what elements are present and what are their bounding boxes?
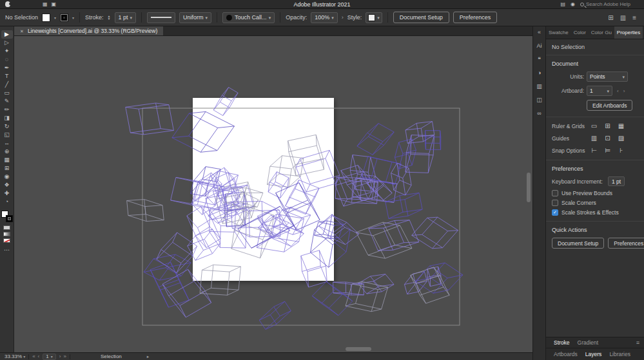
panel-tab-gradient[interactable]: Gradient bbox=[574, 339, 602, 346]
width-tool[interactable]: ↔ bbox=[1, 139, 13, 147]
brush-definition-dropdown[interactable]: Touch Call... bbox=[222, 12, 275, 23]
stroke-weight-dropdown[interactable]: 1 pt bbox=[115, 12, 137, 23]
eraser-tool[interactable]: ◨ bbox=[1, 114, 13, 122]
panel-tab-color-gu[interactable]: Color Gu bbox=[589, 26, 614, 39]
gradient-tool[interactable]: ▦ bbox=[1, 156, 13, 164]
checkbox-scale-corners[interactable]: Scale Corners bbox=[552, 200, 638, 206]
collapse-panels-icon[interactable]: « bbox=[538, 29, 541, 36]
opacity-dropdown[interactable]: 100% bbox=[311, 12, 338, 23]
line-segment-tool[interactable]: ╱ bbox=[1, 81, 13, 89]
lasso-tool[interactable]: ◌ bbox=[1, 55, 13, 64]
prev-artboard-icon[interactable]: ‹ bbox=[617, 88, 619, 94]
panel-tab-artboards[interactable]: Artboards bbox=[551, 351, 581, 357]
horizontal-scrollbar-thumb[interactable] bbox=[346, 347, 371, 351]
edit-toolbar-icon[interactable] bbox=[1, 246, 13, 254]
show-grid-icon[interactable]: ⊞ bbox=[603, 122, 612, 129]
artboard-dropdown[interactable]: 1 bbox=[587, 86, 612, 96]
display-icon[interactable]: ▣ bbox=[52, 0, 57, 9]
pixel-grid-icon[interactable]: ▦ bbox=[616, 122, 626, 129]
workspace-icon[interactable]: ⊞ bbox=[608, 14, 613, 21]
color-button[interactable] bbox=[3, 225, 10, 230]
control-center-icon[interactable]: ▤ bbox=[560, 0, 565, 9]
vertical-scrollbar-thumb[interactable] bbox=[527, 173, 531, 202]
fill-swatch-caret-icon[interactable] bbox=[54, 14, 56, 21]
quick-preferences-button[interactable]: Preferences bbox=[608, 238, 644, 249]
snap-to-point-icon[interactable]: ⊦ bbox=[616, 147, 626, 154]
snap-to-grid-icon[interactable]: ⊢ bbox=[589, 147, 599, 154]
document-tab[interactable]: Lineweights [Converted].ai @ 33.33% (RGB… bbox=[14, 26, 163, 35]
links-icon[interactable]: ∞ bbox=[537, 110, 541, 117]
opacity-panel-arrow-icon[interactable] bbox=[342, 14, 344, 21]
width-profile-preview[interactable] bbox=[147, 12, 175, 23]
prev-artboard-icon[interactable]: ‹ bbox=[38, 354, 40, 359]
first-artboard-icon[interactable]: « bbox=[32, 354, 35, 359]
snap-to-pixel-icon[interactable]: ⊨ bbox=[603, 147, 612, 154]
panel-tab-properties[interactable]: Properties bbox=[614, 26, 643, 39]
search-input[interactable] bbox=[586, 1, 639, 7]
artboard-navigation-field[interactable]: 1 bbox=[43, 354, 55, 360]
pen-tool[interactable]: ✒ bbox=[1, 64, 13, 72]
quick-document-setup-button[interactable]: Document Setup bbox=[552, 238, 604, 249]
magic-wand-tool[interactable]: ✦ bbox=[1, 47, 13, 55]
color-wheel-icon[interactable]: ◑ bbox=[538, 70, 541, 77]
rectangle-tool[interactable]: ▭ bbox=[1, 89, 13, 97]
mesh-tool[interactable]: ⊞ bbox=[1, 164, 13, 173]
panel-tab-layers[interactable]: Layers bbox=[582, 351, 605, 357]
next-artboard-icon[interactable]: › bbox=[623, 88, 625, 94]
canvas[interactable] bbox=[14, 36, 532, 352]
selection-tool[interactable]: ▶ bbox=[1, 30, 13, 39]
none-button[interactable] bbox=[3, 238, 10, 243]
screen-grid-icon[interactable]: ▦ bbox=[43, 0, 48, 9]
stroke-weight-stepper[interactable] bbox=[108, 15, 111, 20]
pencil-tool[interactable]: ✏ bbox=[1, 106, 13, 114]
zoom-tool[interactable]: ◔ bbox=[1, 198, 13, 206]
apple-menu-icon[interactable] bbox=[5, 1, 10, 7]
rotate-tool[interactable]: ↻ bbox=[1, 122, 13, 131]
units-dropdown[interactable]: Points bbox=[587, 71, 628, 82]
show-guides-icon[interactable]: ▥ bbox=[589, 135, 599, 142]
checkbox-scale-strokes-effects[interactable]: ✓Scale Strokes & Effects bbox=[552, 209, 638, 216]
zoom-level-dropdown[interactable]: 33.33% bbox=[5, 354, 25, 359]
last-artboard-icon[interactable]: » bbox=[63, 354, 66, 359]
type-tool[interactable]: T bbox=[1, 72, 13, 81]
stroke-swatch[interactable] bbox=[6, 215, 13, 222]
blend-tool[interactable]: ❖ bbox=[1, 181, 13, 189]
hand-tool[interactable]: ✚ bbox=[1, 189, 13, 198]
export-icon[interactable]: ◫ bbox=[536, 97, 542, 104]
panel-tab-stroke[interactable]: Stroke bbox=[551, 339, 573, 346]
gradient-button[interactable] bbox=[3, 232, 10, 236]
paintbrush-tool[interactable]: ✎ bbox=[1, 97, 13, 106]
width-profile-dropdown[interactable]: Uniform bbox=[179, 12, 211, 23]
smart-guides-icon[interactable]: ▨ bbox=[616, 135, 626, 142]
panel-tab-swatche[interactable]: Swatche bbox=[546, 26, 571, 39]
eyedropper-tool[interactable]: ◉ bbox=[1, 173, 13, 181]
stroke-swatch-caret-icon[interactable] bbox=[72, 14, 74, 21]
menu-search-field[interactable] bbox=[580, 1, 639, 7]
graphic-style-dropdown[interactable] bbox=[366, 12, 382, 23]
histogram-icon[interactable]: ▥ bbox=[536, 83, 542, 90]
ai-home-icon[interactable]: Ai bbox=[536, 43, 542, 50]
document-setup-button[interactable]: Document Setup bbox=[393, 12, 449, 23]
scale-tool[interactable]: ◱ bbox=[1, 131, 13, 139]
comments-icon[interactable]: ❝ bbox=[538, 56, 541, 63]
preferences-button[interactable]: Preferences bbox=[453, 12, 498, 23]
panel-tab-libraries[interactable]: Libraries bbox=[606, 351, 634, 357]
direct-selection-tool[interactable]: ▷ bbox=[1, 39, 13, 47]
fill-stroke-indicator[interactable] bbox=[1, 211, 13, 222]
checkbox-use-preview-bounds[interactable]: Use Preview Bounds bbox=[552, 190, 638, 196]
close-icon[interactable] bbox=[20, 28, 24, 34]
fill-color-swatch[interactable] bbox=[42, 14, 50, 22]
keyboard-increment-field[interactable]: 1 pt bbox=[608, 176, 625, 186]
siri-icon[interactable]: ◉ bbox=[571, 0, 575, 9]
edit-artboards-button[interactable]: Edit Artboards bbox=[587, 100, 632, 111]
stroke-color-swatch[interactable] bbox=[60, 14, 68, 22]
status-expand-icon[interactable] bbox=[147, 354, 150, 359]
panel-menu-icon[interactable] bbox=[636, 339, 639, 346]
workspace-menu-icon[interactable]: ≡ bbox=[632, 14, 636, 21]
lock-guides-icon[interactable]: ⊡ bbox=[603, 135, 612, 142]
arrange-documents-icon[interactable]: ▥ bbox=[620, 14, 626, 21]
show-rulers-icon[interactable]: ▭ bbox=[589, 122, 599, 129]
panel-tab-color[interactable]: Color bbox=[571, 26, 589, 39]
next-artboard-icon[interactable]: › bbox=[59, 354, 61, 359]
shape-builder-tool[interactable]: ⊕ bbox=[1, 147, 13, 156]
